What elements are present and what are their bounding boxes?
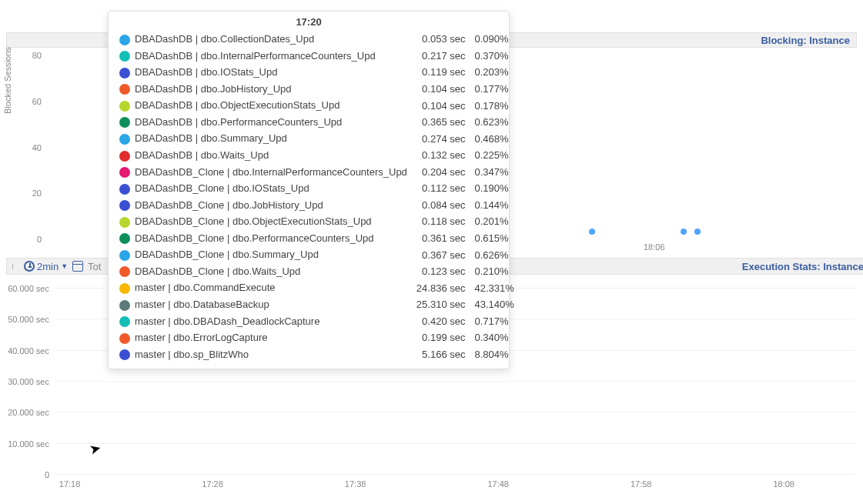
tot-label: Tot xyxy=(88,261,101,272)
series-pct: 0.225% xyxy=(470,147,518,164)
series-pct: 0.468% xyxy=(470,130,518,147)
series-seconds: 0.112 sec xyxy=(412,180,470,197)
tooltip-row: master | dbo.ErrorLogCapture0.199 sec0.3… xyxy=(115,329,519,346)
series-pct: 0.178% xyxy=(470,97,518,114)
series-name: DBADashDB | dbo.PerformanceCounters_Upd xyxy=(135,116,342,128)
series-pct: 0.370% xyxy=(470,48,518,65)
series-pct: 0.210% xyxy=(470,263,518,280)
series-seconds: 0.123 sec xyxy=(412,263,470,280)
series-name: DBADashDB | dbo.IOStats_Upd xyxy=(135,66,277,78)
series-seconds: 0.204 sec xyxy=(412,164,470,181)
series-name: master | dbo.DatabaseBackup xyxy=(135,299,269,310)
blocking-y-axis-label: Blocked Sessions xyxy=(3,47,12,114)
series-swatch xyxy=(119,184,130,195)
exec-y-tick: 50.000 sec xyxy=(8,315,49,324)
exec-y-tick: 40.000 sec xyxy=(8,346,49,355)
tooltip-row: DBADashDB | dbo.CollectionDates_Upd0.053… xyxy=(115,31,519,48)
exec-y-tick: 0 xyxy=(45,470,49,479)
series-name: DBADashDB_Clone | dbo.Summary_Upd xyxy=(135,249,319,260)
exec-x-tick: 17:38 xyxy=(345,479,366,489)
tooltip-row: master | dbo.DatabaseBackup25.310 sec43.… xyxy=(115,296,519,313)
series-swatch xyxy=(119,35,130,45)
series-seconds: 0.361 sec xyxy=(412,230,470,247)
series-name: DBADashDB | dbo.ObjectExecutionStats_Upd xyxy=(135,99,340,111)
tooltip-row: DBADashDB_Clone | dbo.InternalPerformanc… xyxy=(115,164,519,181)
series-swatch xyxy=(119,51,130,62)
series-name: DBADashDB | dbo.JobHistory_Upd xyxy=(135,83,292,95)
series-seconds: 0.420 sec xyxy=(412,313,470,330)
series-seconds: 0.274 sec xyxy=(412,130,470,147)
series-pct: 0.177% xyxy=(470,81,518,98)
exec-y-tick: 30.000 sec xyxy=(8,377,49,386)
tooltip-row: DBADashDB_Clone | dbo.Summary_Upd0.367 s… xyxy=(115,246,519,263)
series-pct: 0.717% xyxy=(470,313,518,330)
series-swatch xyxy=(119,84,130,95)
series-seconds: 0.367 sec xyxy=(412,246,470,263)
series-tooltip: 17:20 DBADashDB | dbo.CollectionDates_Up… xyxy=(108,11,510,369)
interval-picker[interactable]: 2min ▼ xyxy=(24,261,68,272)
tooltip-row: DBADashDB_Clone | dbo.IOStats_Upd0.112 s… xyxy=(115,180,519,197)
exec-x-tick: 17:48 xyxy=(487,479,509,489)
exec-y-tick: 10.000 sec xyxy=(8,439,49,449)
series-swatch xyxy=(119,316,130,327)
series-swatch xyxy=(119,167,130,178)
series-seconds: 0.053 sec xyxy=(412,31,470,48)
series-name: DBADashDB_Clone | dbo.IOStats_Upd xyxy=(135,182,309,194)
series-name: master | dbo.ErrorLogCapture xyxy=(135,332,267,343)
scatter-point[interactable] xyxy=(694,229,701,235)
series-swatch xyxy=(119,283,130,294)
series-seconds: 0.217 sec xyxy=(412,48,470,65)
series-swatch xyxy=(119,300,130,311)
series-swatch xyxy=(119,134,130,145)
series-pct: 8.804% xyxy=(470,346,518,363)
exec-x-tick: 17:18 xyxy=(59,479,81,489)
tooltip-row: master | dbo.CommandExecute24.836 sec42.… xyxy=(115,279,519,296)
tooltip-row: DBADashDB_Clone | dbo.Waits_Upd0.123 sec… xyxy=(115,263,519,280)
series-seconds: 0.119 sec xyxy=(412,64,470,81)
series-pct: 0.190% xyxy=(470,180,518,197)
tooltip-time: 17:20 xyxy=(115,16,503,28)
exec-stats-title: Execution Stats: Instance xyxy=(742,261,863,272)
series-name: DBADashDB_Clone | dbo.ObjectExecutionSta… xyxy=(135,215,372,227)
series-seconds: 0.084 sec xyxy=(412,197,470,214)
tooltip-row: DBADashDB | dbo.IOStats_Upd0.119 sec0.20… xyxy=(115,64,519,81)
series-pct: 0.347% xyxy=(470,164,518,181)
tooltip-row: master | dbo.sp_BlitzWho5.166 sec8.804% xyxy=(115,346,519,363)
series-pct: 42.331% xyxy=(470,279,518,296)
series-swatch xyxy=(119,250,130,261)
series-swatch xyxy=(119,68,130,78)
series-swatch xyxy=(119,101,130,112)
series-seconds: 0.199 sec xyxy=(412,329,470,346)
series-pct: 0.615% xyxy=(470,230,518,247)
series-name: DBADashDB_Clone | dbo.JobHistory_Upd xyxy=(135,199,323,211)
series-name: DBADashDB | dbo.Summary_Upd xyxy=(135,132,287,144)
series-pct: 0.340% xyxy=(470,329,518,346)
scatter-point[interactable] xyxy=(589,229,595,235)
series-swatch xyxy=(119,266,130,277)
series-swatch xyxy=(119,200,130,211)
collapse-handle-icon[interactable]: ⁞ xyxy=(12,262,19,271)
scatter-point[interactable] xyxy=(681,229,687,235)
series-swatch xyxy=(119,151,130,162)
series-pct: 0.623% xyxy=(470,114,518,131)
series-swatch xyxy=(119,233,130,244)
tooltip-row: DBADashDB_Clone | dbo.PerformanceCounter… xyxy=(115,230,519,247)
tooltip-row: DBADashDB | dbo.JobHistory_Upd0.104 sec0… xyxy=(115,81,519,98)
calendar-icon xyxy=(72,261,83,272)
series-seconds: 24.836 sec xyxy=(412,279,470,296)
exec-x-tick: 17:58 xyxy=(631,479,652,489)
series-pct: 0.090% xyxy=(470,31,518,48)
date-picker[interactable] xyxy=(72,261,83,272)
series-pct: 0.144% xyxy=(470,197,518,214)
series-name: DBADashDB | dbo.Waits_Upd xyxy=(135,149,269,161)
series-seconds: 0.118 sec xyxy=(412,213,470,230)
series-name: DBADashDB_Clone | dbo.Waits_Upd xyxy=(135,265,300,277)
tooltip-row: DBADashDB_Clone | dbo.ObjectExecutionSta… xyxy=(115,213,519,230)
chevron-down-icon: ▼ xyxy=(61,262,68,270)
series-name: master | dbo.sp_BlitzWho xyxy=(135,349,249,360)
blocking-x-tick: 18:06 xyxy=(644,242,665,252)
series-seconds: 25.310 sec xyxy=(412,296,470,313)
exec-x-tick: 18:08 xyxy=(773,479,794,489)
tooltip-row: DBADashDB | dbo.PerformanceCounters_Upd0… xyxy=(115,114,519,131)
series-seconds: 0.104 sec xyxy=(412,97,470,114)
